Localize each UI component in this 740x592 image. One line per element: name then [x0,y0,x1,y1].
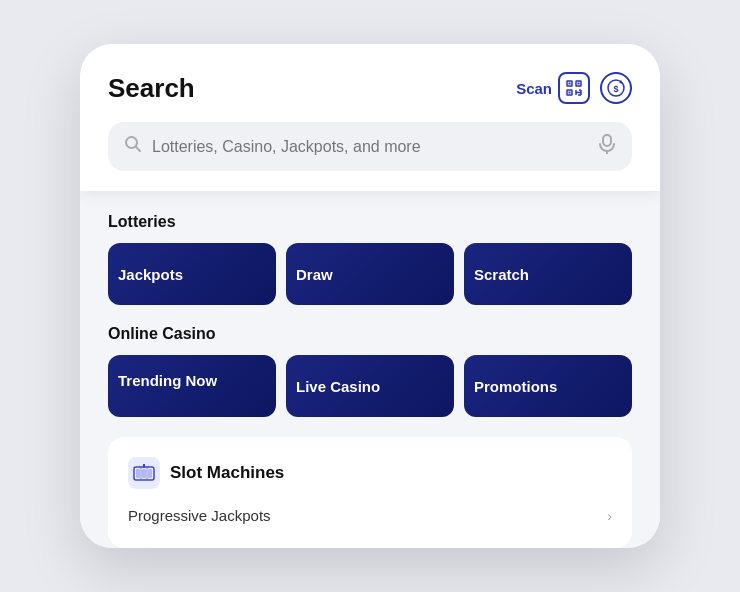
svg-rect-20 [142,469,146,478]
svg-rect-16 [603,135,611,146]
promotions-button[interactable]: Promotions [464,355,632,417]
live-casino-button[interactable]: Live Casino [286,355,454,417]
svg-text:+: + [619,79,623,86]
online-casino-section: Online Casino Trending Now Live Casino P… [108,325,632,417]
draw-button[interactable]: Draw [286,243,454,305]
svg-rect-21 [148,469,152,478]
header-actions: Scan [516,72,632,104]
progressive-jackpots-label: Progressive Jackpots [128,507,271,524]
svg-rect-5 [578,83,580,85]
casino-buttons: Trending Now Live Casino Promotions [108,355,632,417]
scan-button[interactable]: Scan [516,72,590,104]
header-section: Search Scan [80,44,660,191]
slot-card-header: Slot Machines [128,457,612,489]
svg-point-25 [144,464,145,465]
phone-card: Search Scan [80,44,660,548]
scratch-button[interactable]: Scratch [464,243,632,305]
svg-rect-3 [569,83,571,85]
qr-icon [558,72,590,104]
trending-now-button[interactable]: Trending Now [108,355,276,417]
search-bar [108,122,632,171]
content-section: Lotteries Jackpots Draw Scratch Online C… [80,191,660,548]
svg-rect-19 [136,469,140,478]
lotteries-title: Lotteries [108,213,632,231]
microphone-icon[interactable] [598,134,616,159]
search-icon [124,135,142,158]
search-input[interactable] [152,138,588,156]
lotteries-section: Lotteries Jackpots Draw Scratch [108,213,632,305]
chevron-right-icon: › [607,508,612,524]
svg-rect-4 [569,92,571,94]
slot-machine-icon [128,457,160,489]
svg-line-15 [136,147,141,152]
online-casino-title: Online Casino [108,325,632,343]
lotteries-buttons: Jackpots Draw Scratch [108,243,632,305]
slot-machines-card: Slot Machines Progressive Jackpots › [108,437,632,548]
jackpots-button[interactable]: Jackpots [108,243,276,305]
coin-icon[interactable]: $ + [600,72,632,104]
svg-text:$: $ [613,84,618,94]
scan-label: Scan [516,80,552,97]
slot-machines-title: Slot Machines [170,463,284,483]
header-top: Search Scan [108,72,632,104]
page-title: Search [108,73,195,104]
progressive-jackpots-item[interactable]: Progressive Jackpots › [128,503,612,528]
